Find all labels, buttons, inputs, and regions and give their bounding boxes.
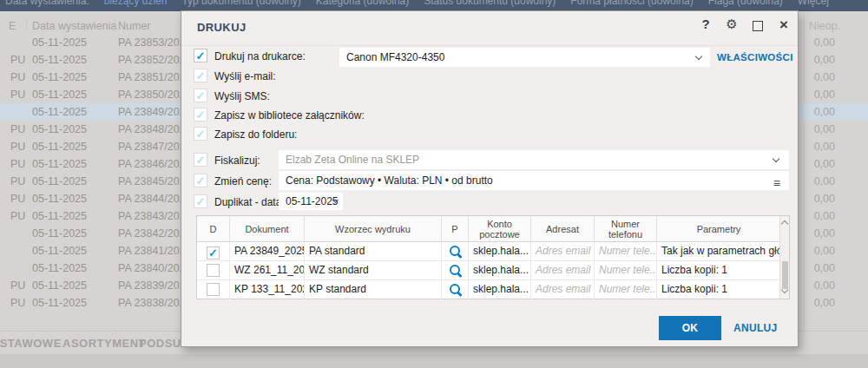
search-icon[interactable] [450,284,460,294]
row-checkbox-cell [197,280,230,299]
cell-parametry[interactable]: Tak jak w parametrach głó... [657,242,781,261]
change-price-checkbox[interactable]: ✓ [194,174,207,187]
cell-preview [442,242,469,261]
dialog-title: DRUKUJ [197,21,247,34]
scroll-up-icon[interactable] [781,220,788,227]
grid-col-separator [115,19,115,31]
chevron-down-icon [773,155,779,162]
grid-col-e[interactable]: E [9,20,16,32]
cell-konto[interactable]: sklep.hala... [469,280,531,299]
save-to-folder-label: Zapisz do folderu: [214,128,297,141]
filter-date-label: Data wystawienia: [5,0,89,7]
col-header-wzorzec: Wzorzec wydruku [305,216,442,242]
filter-doc-type[interactable]: Typ dokumentu (dowolny) [181,0,300,7]
cell-adresat[interactable]: Adres email [531,280,595,299]
filter-date-value-link[interactable]: bieżący dzień [104,0,168,7]
print-documents-table: D Dokument Wzorzec wydruku P Konto poczt… [196,215,790,299]
help-icon[interactable]: ? [698,16,713,31]
title-separator [181,45,798,46]
tab-asortyment[interactable]: ASORTYMENT [62,337,146,350]
document-checkbox[interactable] [207,264,220,277]
filter-more[interactable]: Więcej [798,0,829,7]
printer-properties-button[interactable]: WŁAŚCIWOŚCI [717,52,793,62]
print-dialog: DRUKUJ ? ⚙ × ✓ Drukuj na drukarce: Canon… [181,10,799,347]
cell-konto[interactable]: sklep.hala... [469,242,531,261]
cell-wzorzec[interactable]: WZ standard [305,261,442,280]
cell-adresat[interactable]: Adres email [531,242,595,261]
search-icon[interactable] [450,246,460,256]
cell-parametry[interactable]: Liczba kopii: 1 [657,261,781,280]
gear-icon[interactable]: ⚙ [724,16,740,32]
document-checkbox[interactable] [207,283,220,296]
attachment-library-label: Zapisz w bibliotece załączników: [214,109,365,122]
col-header-adresat: Adresat [531,216,595,242]
attachment-library-checkbox[interactable]: ✓ [194,108,207,122]
chevron-down-icon [695,53,702,60]
filter-category[interactable]: Kategoria (dowolna) [316,0,409,7]
cancel-button[interactable]: ANULUJ [733,322,777,334]
app-window: Data wystawienia:bieżący dzieńTyp dokume… [0,0,868,368]
filter-flag[interactable]: Flaga (dowolna) [708,0,783,7]
row-checkbox-cell: ✓ [197,242,230,261]
cell-preview [442,261,469,280]
cell-adresat[interactable]: Adres email [531,261,595,280]
print-checkbox[interactable]: ✓ [194,49,207,62]
cell-telefon[interactable]: Numer tele... [595,280,657,299]
fiscalize-checkbox[interactable]: ✓ [194,153,207,167]
grid-col-date[interactable]: Data wystawienia [32,20,116,32]
col-header-parametry: Parametry [657,216,781,242]
cell-dokument: KP 133_11_2025 [230,280,305,299]
filter-payment-form[interactable]: Forma płatności (dowolna) [570,0,693,7]
col-header-dokument: Dokument [230,216,305,242]
grid-col-nieop[interactable]: Nieop. [809,20,840,32]
print-label: Drukuj na drukarce: [214,50,306,62]
col-header-p: P [442,216,469,242]
sms-label: Wyślij SMS: [214,90,270,102]
row-checkbox-cell [197,261,230,280]
status-bar [0,354,868,368]
maximize-icon[interactable] [753,21,763,31]
duplicate-date-select[interactable]: 05-11-2025 [279,193,343,210]
duplicate-checkbox[interactable]: ✓ [194,194,207,208]
ok-button[interactable]: OK [659,316,721,340]
cell-telefon[interactable]: Numer tele... [595,261,657,280]
menu-icon[interactable]: ≡ [773,174,780,190]
cell-telefon[interactable]: Numer tele... [595,242,657,261]
cell-wzorzec[interactable]: KP standard [305,280,442,299]
change-price-label: Zmień cenę: [214,175,272,187]
price-settings-field[interactable]: Cena: Podstawowy • Waluta: PLN • od brut… [279,171,789,190]
close-icon[interactable]: × [776,16,792,34]
email-label: Wyślij e-mail: [214,70,276,82]
document-checkbox[interactable]: ✓ [207,246,220,260]
table-scrollbar[interactable] [779,216,789,299]
duplicate-date-label: Duplikat - data: [214,196,285,208]
email-checkbox[interactable]: ✓ [194,69,207,82]
scrollbar-thumb[interactable] [782,261,788,289]
fiscal-device-select[interactable]: Elzab Zeta Online na SKLEP [279,150,789,169]
search-icon[interactable] [450,265,460,275]
sms-checkbox[interactable]: ✓ [194,89,207,102]
filter-doc-status[interactable]: Status dokumentu (dowolny) [424,0,556,7]
col-header-telefon: Numer telefonu [595,216,657,242]
cell-parametry[interactable]: Liczba kopii: 1 [657,280,781,299]
fiscalize-label: Fiskalizuj: [214,154,260,167]
cell-preview [442,280,469,299]
cell-dokument: PA 23849_2025 [230,242,305,261]
save-to-folder-checkbox[interactable]: ✓ [194,127,207,141]
cell-konto[interactable]: sklep.hala... [469,261,531,280]
grid-col-separator [26,19,27,31]
col-header-d: D [197,216,230,242]
printer-select[interactable]: Canon MF4320-4350 [339,48,710,67]
col-header-konto: Konto pocztowe [469,216,531,242]
grid-col-number[interactable]: Numer [118,20,151,32]
tab-podstawowe[interactable]: PODSTAWOWE [0,337,62,350]
cell-wzorzec[interactable]: PA standard [305,242,442,261]
cell-dokument: WZ 261_11_20... [230,261,305,280]
